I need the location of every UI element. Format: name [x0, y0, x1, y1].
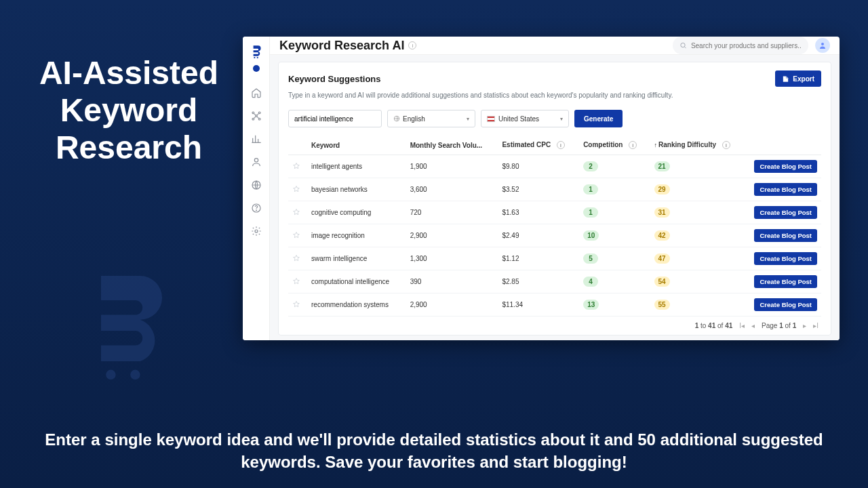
cell-cpc: $1.63 [498, 201, 579, 224]
us-flag-icon [487, 116, 495, 122]
keyword-input[interactable] [294, 115, 376, 123]
svg-point-1 [130, 370, 140, 380]
hero-title: AI-Assisted Keyword Research [20, 54, 237, 167]
pager-first-icon[interactable]: I◂ [739, 322, 745, 329]
competition-badge: 4 [583, 277, 598, 287]
cell-keyword: cognitive computing [307, 201, 406, 224]
app-window: Keyword Research AI i Keyword Suggestion… [243, 37, 840, 340]
hero-subtitle: Enter a single keyword idea and we'll pr… [0, 429, 868, 473]
globe-icon[interactable] [250, 179, 262, 191]
main-area: Keyword Research AI i Keyword Suggestion… [270, 37, 840, 340]
cell-keyword: image recognition [307, 224, 406, 247]
svg-point-7 [252, 118, 254, 120]
settings-icon[interactable] [250, 225, 262, 237]
col-difficulty[interactable]: ↑Ranking Difficulty i [650, 136, 747, 155]
col-volume[interactable]: Monthly Search Volu... [406, 136, 498, 155]
table-row: bayesian networks3,600$3.52129Create Blo… [288, 178, 821, 201]
search-input[interactable] [691, 42, 802, 49]
search-icon [679, 41, 687, 49]
table-row: recommendation systems2,900$11.341355Cre… [288, 293, 821, 317]
keyword-card: Keyword Suggestions Export Type in a key… [278, 62, 831, 336]
svg-point-5 [252, 112, 254, 114]
difficulty-badge: 47 [654, 253, 670, 264]
svg-point-0 [106, 370, 115, 380]
results-table: Keyword Monthly Search Volu... Estimated… [288, 136, 821, 317]
export-icon [782, 75, 789, 83]
svg-point-12 [256, 210, 256, 211]
sidebar-collapse-toggle[interactable] [253, 65, 260, 72]
col-action [747, 136, 821, 155]
info-icon[interactable]: i [629, 141, 637, 149]
pager-last-icon[interactable]: ▸I [813, 322, 818, 329]
card-title: Keyword Suggestions [288, 74, 381, 84]
svg-point-8 [258, 118, 260, 120]
competition-badge: 1 [583, 184, 598, 195]
export-label: Export [793, 75, 814, 83]
cell-volume: 1,900 [406, 155, 498, 178]
generate-button[interactable]: Generate [574, 110, 623, 127]
cell-cpc: $3.52 [498, 178, 579, 201]
star-icon[interactable] [292, 162, 300, 170]
cell-keyword: recommendation systems [307, 293, 406, 317]
pagination: 1 to 41 of 41 I◂ ◂ Page 1 of 1 ▸ [288, 317, 821, 329]
keyword-input-wrap[interactable] [288, 110, 382, 127]
svg-point-3 [256, 57, 258, 58]
star-icon[interactable] [292, 208, 300, 216]
chevron-down-icon: ▾ [467, 116, 469, 122]
star-icon[interactable] [292, 300, 300, 308]
difficulty-badge: 31 [654, 207, 670, 218]
cell-keyword: swarm intelligence [307, 247, 406, 270]
create-blog-post-button[interactable]: Create Blog Post [754, 183, 817, 196]
star-icon[interactable] [292, 254, 300, 262]
home-icon[interactable] [250, 87, 262, 99]
card-subtitle: Type in a keyword and AI will provide ad… [288, 91, 821, 100]
difficulty-badge: 54 [654, 277, 670, 287]
export-button[interactable]: Export [775, 70, 821, 87]
col-competition[interactable]: Competition i [579, 136, 650, 155]
create-blog-post-button[interactable]: Create Blog Post [754, 275, 817, 288]
page-title: Keyword Research AI [279, 39, 404, 53]
col-cpc[interactable]: Estimated CPC i [498, 136, 579, 155]
pager-prev-icon[interactable]: ◂ [751, 322, 755, 329]
difficulty-badge: 55 [654, 300, 670, 310]
cell-volume: 2,900 [406, 293, 498, 317]
create-blog-post-button[interactable]: Create Blog Post [754, 298, 817, 311]
create-blog-post-button[interactable]: Create Blog Post [754, 252, 817, 265]
svg-point-6 [258, 112, 260, 114]
star-icon[interactable] [292, 277, 300, 285]
user-icon[interactable] [250, 156, 262, 168]
network-icon[interactable] [250, 110, 262, 122]
help-icon[interactable] [250, 202, 262, 214]
country-select[interactable]: United States ▾ [481, 110, 569, 127]
create-blog-post-button[interactable]: Create Blog Post [754, 229, 817, 242]
star-icon[interactable] [292, 231, 300, 239]
cell-cpc: $2.49 [498, 224, 579, 247]
info-icon[interactable]: i [557, 141, 565, 149]
cell-volume: 720 [406, 201, 498, 224]
global-search[interactable] [673, 37, 808, 54]
content: Keyword Suggestions Export Type in a key… [270, 55, 840, 340]
pager-range: 1 to 41 of 41 [695, 322, 733, 329]
create-blog-post-button[interactable]: Create Blog Post [754, 160, 817, 173]
country-value: United States [498, 115, 539, 123]
language-select[interactable]: English ▾ [387, 110, 475, 127]
create-blog-post-button[interactable]: Create Blog Post [754, 206, 817, 219]
chart-icon[interactable] [250, 133, 262, 145]
info-icon[interactable]: i [722, 141, 730, 149]
competition-badge: 2 [583, 161, 598, 171]
cell-cpc: $11.34 [498, 293, 579, 317]
cell-keyword: intelligent agents [307, 155, 406, 178]
language-value: English [403, 115, 425, 123]
info-icon[interactable]: i [408, 41, 416, 49]
svg-point-4 [255, 115, 257, 117]
hero-title-line: AI-Assisted [20, 54, 237, 92]
cell-cpc: $2.85 [498, 270, 579, 293]
cell-volume: 390 [406, 270, 498, 293]
star-icon[interactable] [292, 185, 300, 193]
col-keyword[interactable]: Keyword [307, 136, 406, 155]
pager-next-icon[interactable]: ▸ [803, 322, 806, 329]
col-favorite [288, 136, 307, 155]
cell-volume: 2,900 [406, 224, 498, 247]
table-row: computational intelligence390$2.85454Cre… [288, 270, 821, 293]
avatar[interactable] [815, 38, 830, 53]
